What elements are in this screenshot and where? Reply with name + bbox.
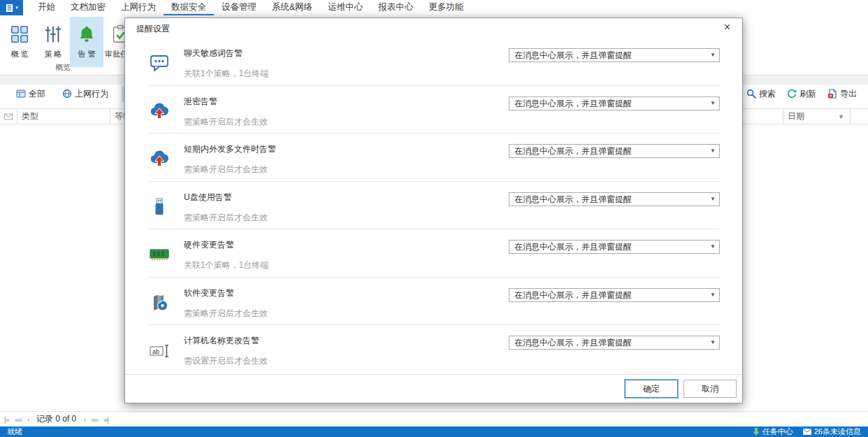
alert-subtitle: 需策略开启后才会生效	[184, 212, 720, 224]
status-ready-label: 就绪	[7, 427, 22, 437]
app-menu-button[interactable]: ▾	[0, 0, 23, 15]
first-page-icon[interactable]: |«	[4, 415, 9, 424]
svg-text:ab: ab	[152, 348, 159, 355]
refresh-icon	[787, 89, 797, 99]
alert-row-software-change: 软件变更告警 需策略开启后才会生效 在消息中心展示，并且弹窗提醒 ▼	[149, 278, 720, 326]
refresh-button[interactable]: 刷新	[783, 86, 820, 102]
close-icon[interactable]: ×	[721, 20, 733, 34]
alert-subtitle: 关联1个策略，1台终端	[184, 68, 720, 80]
reminder-settings-dialog: 提醒设置 × 聊天敏感词告警 关联1个策略，1台终端 在消息中心展示，并且弹窗提…	[124, 17, 743, 403]
filter-caret-icon[interactable]: ▼	[838, 113, 844, 120]
prev-page-icon[interactable]: ‹	[27, 415, 29, 424]
record-count-label: 记录 0 of 0	[36, 413, 76, 425]
export-button[interactable]: 导出	[824, 86, 860, 102]
task-center-button[interactable]: 任务中心	[753, 427, 793, 437]
alert-subtitle: 需策略开启后才会生效	[184, 116, 720, 128]
date-label: 日期	[788, 110, 804, 122]
globe-icon	[62, 89, 72, 99]
export-label: 导出	[840, 88, 857, 100]
filter-all-label: 全部	[29, 88, 45, 100]
ribbon-label: 告 警	[78, 49, 95, 59]
search-label: 搜索	[759, 88, 776, 100]
chevron-down-icon: ▼	[710, 49, 716, 62]
ribbon-item-alerts[interactable]: 告 警	[70, 17, 103, 67]
alert-display-mode-select[interactable]: 在消息中心展示，并且弹窗提醒 ▼	[509, 48, 720, 62]
unread-messages-button[interactable]: 26条未读信息	[803, 427, 861, 437]
alert-row-hardware-change: 硬件变更告警 关联1个策略，1台终端 在消息中心展示，并且弹窗提醒 ▼	[149, 229, 720, 278]
cancel-button[interactable]: 取消	[683, 380, 737, 398]
rename-field-icon: ab	[149, 340, 170, 361]
sliders-icon	[43, 22, 63, 46]
alert-settings-list: 聊天敏感词告警 关联1个策略，1台终端 在消息中心展示，并且弹窗提醒 ▼ 泄密告…	[125, 38, 742, 374]
column-header-mail[interactable]	[0, 109, 17, 124]
alert-display-mode-select[interactable]: 在消息中心展示，并且弹窗提醒 ▼	[509, 240, 720, 254]
dialog-title: 提醒设置	[136, 23, 170, 35]
unread-messages-label: 26条未读信息	[814, 427, 861, 437]
menu-item-start[interactable]: 开始	[30, 0, 63, 15]
envelope-icon	[803, 429, 811, 435]
window-icon	[16, 89, 26, 99]
filter-web-behavior-label: 上网行为	[75, 88, 108, 100]
chevron-down-icon: ▼	[710, 289, 716, 301]
envelope-icon	[4, 113, 13, 120]
ribbon-label: 概 览	[10, 49, 28, 59]
chevron-down-icon: ▼	[710, 145, 716, 157]
menu-item-ops-center[interactable]: 运维中心	[320, 0, 370, 15]
filter-all-button[interactable]: 全部	[13, 86, 49, 102]
pagination-bar: |« «« ‹ 记录 0 of 0 › »» »|	[0, 411, 868, 427]
dropdown-value: 在消息中心展示，并且弹窗提醒	[514, 242, 632, 252]
dialog-footer: 确定 取消	[125, 374, 742, 403]
bell-icon	[77, 22, 96, 46]
usb-drive-icon	[149, 196, 170, 217]
column-header-spacer	[851, 109, 868, 124]
dropdown-value: 在消息中心展示，并且弹窗提醒	[514, 99, 632, 108]
menu-item-web-behavior[interactable]: 上网行为	[113, 0, 164, 15]
fast-prev-icon[interactable]: ««	[15, 415, 22, 424]
cloud-upload-icon	[149, 148, 170, 169]
chat-bubble-icon	[149, 52, 170, 73]
ribbon-item-overview[interactable]: 概 览	[3, 17, 36, 67]
status-bar: 就绪 任务中心 26条未读信息	[0, 427, 868, 437]
last-page-icon[interactable]: »|	[103, 415, 108, 424]
alert-subtitle: 需设置开启后才会生效	[184, 355, 720, 367]
fast-next-icon[interactable]: »»	[91, 415, 98, 424]
alert-row-usb-usage: U盘使用告警 需策略开启后才会生效 在消息中心展示，并且弹窗提醒 ▼	[149, 182, 720, 230]
search-button[interactable]: 搜索	[743, 86, 779, 102]
software-disc-icon	[149, 292, 170, 313]
dropdown-value: 在消息中心展示，并且弹窗提醒	[514, 338, 632, 348]
next-page-icon[interactable]: ›	[83, 415, 85, 424]
menu-item-device-mgmt[interactable]: 设备管理	[214, 0, 264, 15]
alert-display-mode-select[interactable]: 在消息中心展示，并且弹窗提醒 ▼	[509, 288, 720, 302]
ram-module-icon	[149, 244, 170, 265]
cloud-upload-icon	[149, 101, 170, 122]
alert-row-leak: 泄密告警 需策略开启后才会生效 在消息中心展示，并且弹窗提醒 ▼	[149, 86, 720, 134]
ok-button[interactable]: 确定	[625, 380, 678, 398]
dropdown-value: 在消息中心展示，并且弹窗提醒	[514, 194, 632, 204]
column-header-type[interactable]: 类型	[17, 109, 110, 124]
menu-item-system-network[interactable]: 系统&网络	[264, 0, 320, 15]
menu-item-report-center[interactable]: 报表中心	[370, 0, 421, 15]
ribbon-group-label: 概览	[48, 62, 78, 73]
search-icon	[746, 89, 756, 99]
chevron-down-icon: ▼	[710, 336, 716, 349]
grid-icon	[10, 22, 29, 46]
menu-item-more[interactable]: 更多功能	[421, 0, 471, 15]
alert-subtitle: 关联1个策略，1台终端	[184, 259, 720, 271]
alert-subtitle: 需策略开启后才会生效	[184, 164, 720, 175]
ribbon-item-policy[interactable]: 策 略	[36, 17, 70, 67]
chevron-down-icon: ▾	[15, 5, 18, 10]
menu-bar: ▾ 开始 文档加密 上网行为 数据安全 设备管理 系统&网络 运维中心 报表中心…	[0, 0, 868, 15]
alert-display-mode-select[interactable]: 在消息中心展示，并且弹窗提醒 ▼	[509, 144, 720, 158]
filter-web-behavior-button[interactable]: 上网行为	[59, 86, 112, 102]
dialog-title-bar: 提醒设置 ×	[125, 18, 742, 38]
alert-row-computer-rename: ab 计算机名称更改告警 需设置开启后才会生效 在消息中心展示，并且弹窗提醒 ▼	[149, 325, 720, 373]
menu-item-doc-encrypt[interactable]: 文档加密	[63, 0, 113, 15]
alert-display-mode-select[interactable]: 在消息中心展示，并且弹窗提醒 ▼	[509, 96, 720, 110]
alert-display-mode-select[interactable]: 在消息中心展示，并且弹窗提醒 ▼	[509, 192, 720, 206]
alert-display-mode-select[interactable]: 在消息中心展示，并且弹窗提醒 ▼	[509, 336, 720, 350]
menu-item-data-security[interactable]: 数据安全	[164, 0, 214, 15]
task-center-label: 任务中心	[762, 427, 793, 437]
column-header-date[interactable]: 日期 ▼	[783, 109, 851, 124]
chevron-down-icon: ▼	[710, 241, 716, 253]
download-arrow-icon	[753, 428, 760, 436]
